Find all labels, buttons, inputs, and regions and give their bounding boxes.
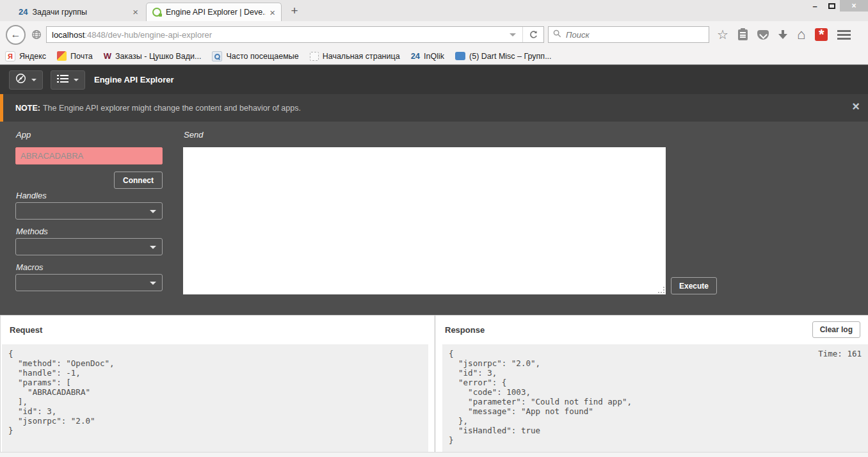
- hamburger-menu-icon: [837, 30, 851, 40]
- yandex-icon: Я: [5, 51, 15, 61]
- chevron-down-icon: [74, 79, 79, 84]
- request-header: Request: [1, 316, 435, 344]
- devhub-menu-button[interactable]: [9, 70, 43, 90]
- url-host: localhost: [52, 30, 84, 40]
- tab-bar: 24 Задачи группы × Engine API Explorer |…: [0, 0, 868, 21]
- app-label: App: [16, 130, 31, 140]
- new-tab-button[interactable]: +: [287, 4, 301, 18]
- bookmark-star-button[interactable]: ☆: [717, 28, 728, 41]
- resize-grip[interactable]: [658, 287, 664, 293]
- home-button[interactable]: ⌂: [797, 28, 805, 42]
- connect-button[interactable]: Connect: [114, 172, 163, 189]
- handles-label: Handles: [16, 191, 47, 200]
- pocket-button[interactable]: [757, 30, 769, 40]
- note-banner: NOTE:The Engine API explorer might chang…: [0, 94, 868, 122]
- search-box[interactable]: [548, 26, 709, 43]
- request-panel: Request { "method": "OpenDoc", "handle":…: [0, 316, 435, 452]
- globe-icon: [31, 29, 42, 40]
- addon-button[interactable]: *: [815, 28, 828, 41]
- close-tab-icon[interactable]: ×: [269, 8, 275, 17]
- chevron-down-icon: [31, 79, 36, 84]
- bookmark-mail[interactable]: Почта: [57, 51, 93, 61]
- url-dropdown-icon[interactable]: [510, 33, 516, 40]
- back-button[interactable]: ←: [6, 25, 26, 45]
- close-window-button[interactable]: ×: [840, 0, 868, 12]
- devhub-list-button[interactable]: [51, 70, 85, 90]
- execute-button[interactable]: Execute: [671, 277, 717, 294]
- url-text: localhost:4848/dev-hub/engine-api-explor…: [47, 30, 212, 40]
- browser-window: 24 Задачи группы × Engine API Explorer |…: [0, 0, 868, 457]
- inqlik-24-icon: 24: [19, 8, 28, 16]
- close-icon[interactable]: ×: [852, 100, 860, 113]
- app-input[interactable]: [15, 147, 163, 164]
- request-title: Request: [10, 325, 42, 335]
- bookmark-frequent-folder[interactable]: Часто посещаемые: [212, 51, 298, 61]
- bookmark-orders[interactable]: WЗаказы - Цушко Вади...: [104, 51, 202, 61]
- methods-select[interactable]: [15, 238, 163, 255]
- compass-icon: [15, 73, 26, 86]
- addon-icon: *: [815, 28, 828, 41]
- send-label: Send: [184, 130, 203, 140]
- tab-label: Задачи группы: [32, 8, 129, 17]
- bottom-strip: [0, 452, 868, 457]
- bookmark-dart-misc[interactable]: (5) Dart Misc – Групп...: [455, 52, 552, 61]
- methods-label: Methods: [16, 227, 48, 236]
- bookmarks-menu-button[interactable]: [738, 29, 748, 40]
- url-path: :4848/dev-hub/engine-api-explorer: [84, 30, 212, 40]
- request-json: { "method": "OpenDoc", "handle": -1, "pa…: [2, 344, 428, 435]
- toolbar-icons: ☆ ⌂ *: [717, 28, 860, 42]
- qlik-icon: [152, 8, 161, 17]
- chevron-down-icon: [150, 282, 156, 288]
- bookmark-inqlik[interactable]: 24InQlik: [411, 52, 444, 61]
- bookmark-yandex[interactable]: ЯЯндекс: [5, 51, 46, 61]
- list-icon: [57, 74, 68, 86]
- search-input[interactable]: [565, 29, 699, 40]
- send-textarea[interactable]: [183, 147, 666, 294]
- bookmark-start-page[interactable]: Начальная страница: [310, 52, 400, 61]
- chevron-down-icon: [150, 210, 156, 216]
- request-body: { "method": "OpenDoc", "handle": -1, "pa…: [2, 344, 428, 452]
- response-json: { "jsonrpc": "2.0", "id": 3, "error": { …: [442, 344, 868, 445]
- clipboard-icon: [738, 29, 748, 40]
- chevron-down-icon: [150, 246, 156, 252]
- response-header: Response Clear log: [436, 316, 868, 344]
- response-panel: Response Clear log Time: 161 { "jsonrpc"…: [436, 316, 868, 452]
- macros-label: Macros: [16, 262, 44, 272]
- url-bar[interactable]: localhost:4848/dev-hub/engine-api-explor…: [46, 26, 544, 43]
- frequent-sites-icon: [212, 51, 222, 61]
- reload-button[interactable]: [523, 30, 543, 40]
- note-text: NOTE:The Engine API explorer might chang…: [15, 104, 301, 113]
- download-icon: [778, 30, 787, 40]
- response-time: Time: 161: [818, 349, 862, 358]
- tab-label: Engine API Explorer | Deve...: [166, 8, 266, 17]
- minimize-button[interactable]: –: [807, 1, 823, 11]
- star-icon: ☆: [717, 28, 728, 41]
- note-label: NOTE:: [15, 104, 40, 113]
- tab-tasks[interactable]: 24 Задачи группы ×: [13, 3, 144, 21]
- chat-icon: [455, 52, 465, 60]
- webasyst-icon: W: [104, 51, 111, 61]
- response-title: Response: [445, 325, 485, 335]
- page-title: Engine API Explorer: [94, 75, 174, 84]
- window-controls: – ×: [807, 0, 868, 12]
- devhub-toolbar: Engine API Explorer: [0, 65, 868, 94]
- tab-engine-api-explorer[interactable]: Engine API Explorer | Deve... ×: [146, 3, 282, 21]
- bookmarks-bar: ЯЯндекс Почта WЗаказы - Цушко Вади... Ча…: [0, 48, 868, 65]
- maximize-icon: [828, 3, 835, 9]
- macros-select[interactable]: [15, 274, 163, 291]
- inqlik-24-icon: 24: [411, 52, 420, 60]
- downloads-button[interactable]: [778, 30, 787, 40]
- reload-icon: [529, 30, 538, 40]
- navigation-toolbar: ← localhost:4848/dev-hub/engine-api-expl…: [0, 21, 868, 48]
- handles-select[interactable]: [15, 202, 163, 220]
- log-panels: Request { "method": "OpenDoc", "handle":…: [0, 315, 868, 452]
- mail-icon: [57, 51, 67, 61]
- menu-button[interactable]: [837, 30, 851, 40]
- close-tab-icon[interactable]: ×: [133, 7, 138, 17]
- home-icon: ⌂: [797, 28, 805, 42]
- clear-log-button[interactable]: Clear log: [812, 321, 860, 338]
- response-body: Time: 161 { "jsonrpc": "2.0", "id": 3, "…: [442, 344, 868, 452]
- dashed-square-icon: [310, 52, 319, 61]
- main-form: App Connect Handles Methods Macros Send …: [0, 122, 868, 315]
- maximize-button[interactable]: [823, 3, 840, 9]
